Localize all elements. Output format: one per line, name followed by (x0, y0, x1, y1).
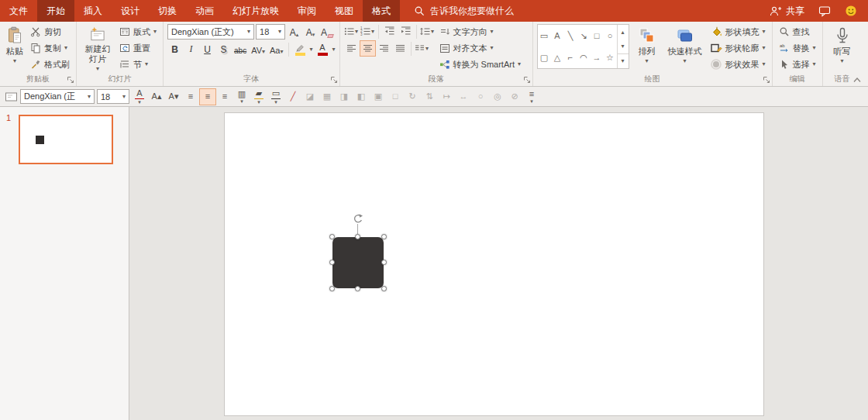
rounded-rectangle-shape[interactable] (332, 237, 384, 288)
toolbar-options-icon[interactable]: ≡ ▾ (524, 89, 539, 105)
align-left-icon[interactable]: ≡ (183, 89, 198, 105)
shrink-font-icon[interactable]: A▾ (166, 89, 181, 105)
text-highlight-button[interactable] (292, 42, 308, 57)
eraser-icon[interactable]: ◪ (302, 89, 318, 105)
shrink-font-button[interactable]: A▾ (303, 25, 318, 40)
select-button[interactable]: 选择 ▾ (777, 57, 818, 72)
quick-styles-button[interactable]: 快速样式 ▾ (665, 24, 705, 72)
shape-corner[interactable]: ⌐ (564, 46, 577, 68)
align-text-button[interactable]: 对齐文本 ▾ (437, 40, 529, 56)
group-objects-icon[interactable]: ▣ (370, 89, 386, 105)
shape-arc[interactable]: ◠ (577, 46, 591, 68)
underline-button[interactable]: U (200, 42, 215, 57)
column-width-icon[interactable]: ▥ ▾ (234, 89, 250, 105)
shapes-scroll-down[interactable]: ▾ (618, 39, 629, 53)
shape-fill-icon[interactable]: ▰ ▾ (251, 89, 267, 105)
font-color-button[interactable]: A (315, 42, 331, 57)
shape-rect[interactable]: □ (591, 25, 604, 46)
numbering-button[interactable]: 123 ▾ (360, 24, 375, 39)
increase-indent-button[interactable] (398, 24, 413, 39)
send-backward-icon[interactable]: ◧ (353, 89, 369, 105)
text-direction-button[interactable]: 文字方向 ▾ (437, 24, 529, 40)
bold-button[interactable]: B (167, 42, 182, 57)
resize-handle-e[interactable] (381, 260, 387, 265)
tab-design[interactable]: 设计 (112, 0, 149, 22)
font-color-icon[interactable]: A ▾ (132, 89, 147, 105)
clear-formatting-button[interactable]: A (319, 25, 335, 40)
change-case-button[interactable]: Aa▾ (268, 42, 284, 57)
shape-star[interactable]: ☆ (604, 46, 617, 68)
shape-oval[interactable]: ○ (604, 25, 617, 46)
distribute-objects-icon[interactable]: ↔ (456, 89, 471, 105)
shape-arrow-line[interactable]: ↘ (577, 25, 591, 46)
justify-button[interactable] (393, 41, 408, 56)
shapes-scroll-up[interactable]: ▴ (618, 25, 629, 39)
section-button[interactable]: 节 ▾ (117, 57, 159, 72)
collapse-ribbon-button[interactable] (852, 77, 862, 83)
shape-effects-button[interactable]: 形状效果 ▾ (708, 57, 768, 72)
share-button[interactable]: 共享 (769, 5, 804, 18)
drawing-dialog-launcher[interactable] (763, 76, 770, 84)
strikethrough-button[interactable]: abc (232, 42, 248, 57)
shape-right-arrow[interactable]: → (591, 46, 604, 68)
resize-handle-n[interactable] (355, 234, 360, 239)
format-painter-button[interactable]: 格式刷 (28, 57, 72, 72)
quickbar-font-name-combo[interactable]: DengXian (正 ▾ (20, 89, 95, 104)
clipboard-dialog-launcher[interactable] (67, 76, 74, 84)
align-justify-icon[interactable]: ≡ (217, 89, 232, 105)
shape-outline-icon[interactable]: ▭ ▾ (268, 89, 284, 105)
grow-font-button[interactable]: A▴ (287, 25, 301, 40)
rotate-objects-icon[interactable]: ↻ (405, 89, 420, 105)
tab-home[interactable]: 开始 (37, 0, 74, 22)
reset-button[interactable]: 重置 (117, 40, 159, 56)
bring-forward-icon[interactable]: ◨ (336, 89, 352, 105)
columns-button[interactable]: ▾ (415, 41, 429, 56)
find-button[interactable]: 查找 (777, 24, 818, 40)
flip-objects-icon[interactable]: ⇅ (422, 89, 437, 105)
align-right-button[interactable] (377, 41, 391, 56)
no-fill-icon[interactable]: ⊘ (507, 89, 522, 105)
resize-handle-s[interactable] (355, 286, 360, 291)
character-spacing-button[interactable]: AV▾ (250, 42, 267, 57)
slide-thumbnail-1[interactable] (19, 115, 113, 164)
resize-handle-ne[interactable] (381, 234, 387, 239)
shape-fill-button[interactable]: 形状填充 ▾ (708, 24, 768, 40)
shape-text-box[interactable]: A (551, 25, 564, 46)
convert-to-smartart-button[interactable]: 转换为 SmartArt ▾ (437, 57, 529, 72)
draw-border-pen-icon[interactable]: ╱ (285, 89, 301, 105)
shape-line[interactable]: ╲ (564, 25, 577, 46)
paragraph-dialog-launcher[interactable] (523, 76, 531, 84)
tab-slideshow[interactable]: 幻灯片放映 (223, 0, 288, 22)
oval-shape-icon[interactable]: ○ (473, 89, 488, 105)
table-icon[interactable]: ▦ (319, 89, 335, 105)
align-center-button[interactable] (360, 41, 375, 56)
tab-animations[interactable]: 动画 (186, 0, 223, 22)
ring-shape-icon[interactable]: ◎ (490, 89, 505, 105)
resize-handle-w[interactable] (329, 260, 335, 265)
shape-triangle[interactable]: △ (551, 46, 564, 68)
text-shadow-button[interactable]: S (216, 42, 231, 57)
line-spacing-button[interactable]: ▾ (420, 24, 435, 39)
align-objects-icon[interactable]: ↦ (439, 89, 454, 105)
tab-format[interactable]: 格式 (363, 0, 400, 22)
tab-transitions[interactable]: 切换 (149, 0, 186, 22)
italic-button[interactable]: I (184, 42, 198, 57)
quickbar-font-size-combo[interactable]: 18 ▾ (97, 89, 129, 104)
resize-handle-nw[interactable] (329, 234, 335, 239)
rotate-handle[interactable] (352, 213, 364, 225)
slide-editing-surface[interactable] (225, 113, 763, 415)
layout-button[interactable]: 版式 ▾ (117, 24, 159, 40)
new-slide-button[interactable]: 新建幻灯片 ▾ (81, 24, 115, 72)
align-left-button[interactable] (344, 41, 359, 56)
paste-button[interactable]: 粘贴 ▾ (4, 24, 26, 72)
font-name-combo[interactable]: DengXian (正文) ▾ (167, 24, 254, 40)
copy-button[interactable]: 复制 ▾ (28, 40, 72, 56)
arrange-button[interactable]: 排列 ▾ (632, 24, 663, 72)
bullets-button[interactable]: ▾ (344, 24, 359, 39)
comments-button[interactable] (818, 5, 831, 17)
tab-insert[interactable]: 插入 (74, 0, 112, 22)
resize-handle-se[interactable] (381, 286, 387, 291)
font-size-combo[interactable]: 18 ▾ (256, 24, 285, 40)
mini-slide-icon[interactable] (5, 91, 18, 103)
tell-me-search[interactable]: 告诉我你想要做什么 (403, 0, 525, 22)
